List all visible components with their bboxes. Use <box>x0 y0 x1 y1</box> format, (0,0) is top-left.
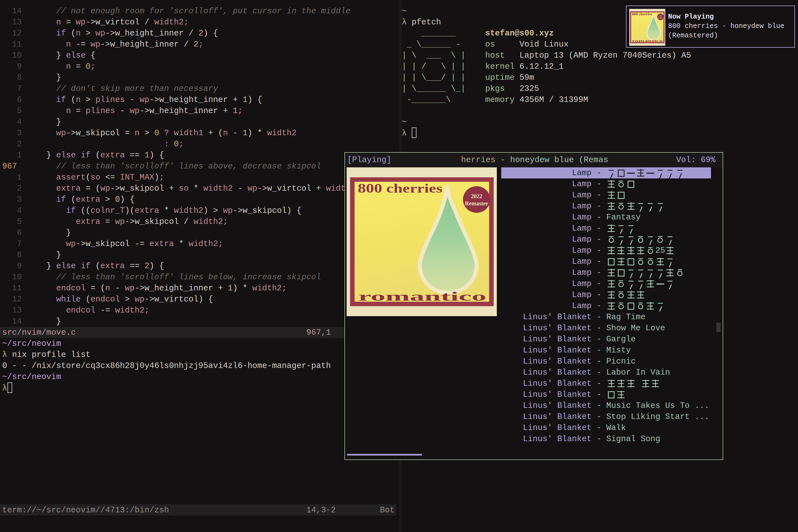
svg-text:romantico: romantico <box>358 289 486 303</box>
svg-text:2022: 2022 <box>659 15 662 17</box>
svg-text:Remaster: Remaster <box>658 17 663 19</box>
svg-text:800 cherries: 800 cherries <box>358 181 442 195</box>
svg-text:2022: 2022 <box>471 193 482 199</box>
svg-text:romantico: romantico <box>632 39 663 42</box>
svg-text:Remaster: Remaster <box>465 200 488 206</box>
svg-text:800 cherries: 800 cherries <box>632 13 652 16</box>
